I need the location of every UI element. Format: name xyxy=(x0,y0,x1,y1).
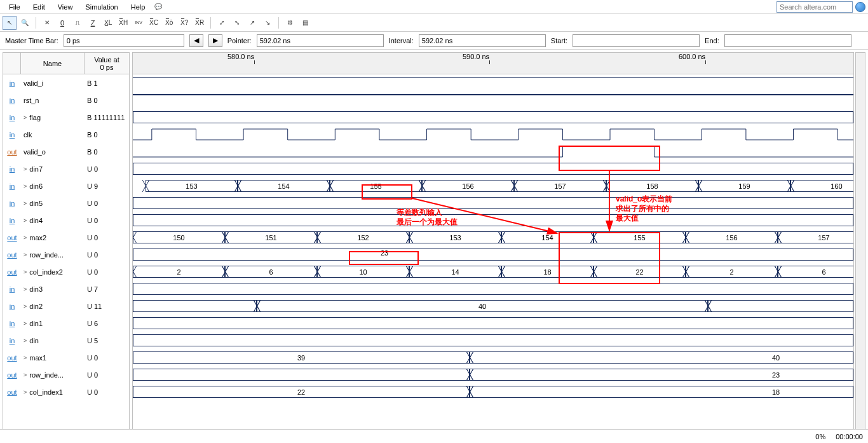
signal-row[interactable]: in valid_i B 1 xyxy=(3,74,129,92)
signal-row[interactable]: in >din3 U 7 xyxy=(3,280,129,297)
pointer-value: 592.02 ns xyxy=(257,34,384,47)
expand-icon[interactable]: > xyxy=(24,303,27,310)
globe-icon[interactable] xyxy=(855,2,865,12)
end-input[interactable] xyxy=(724,34,851,47)
expand-icon[interactable]: > xyxy=(24,252,27,258)
signal-name: >din xyxy=(21,337,85,344)
time-ruler[interactable]: 580.0 ns590.0 ns600.0 ns xyxy=(133,53,853,74)
signal-row[interactable]: in >din1 U 6 xyxy=(3,315,129,332)
snap4-icon[interactable]: ↘ xyxy=(261,16,275,30)
force-0-icon[interactable]: 0 xyxy=(55,16,69,30)
start-input[interactable] xyxy=(573,34,700,47)
menu-view[interactable]: View xyxy=(51,2,79,12)
snap-icon[interactable]: ⤢ xyxy=(215,16,229,30)
menu-edit[interactable]: Edit xyxy=(27,2,51,12)
force-z-icon[interactable]: Z xyxy=(86,16,100,30)
signal-name: clk xyxy=(21,131,85,139)
sim-settings-icon[interactable]: ⚙ xyxy=(283,16,297,30)
bus-segment xyxy=(133,369,470,380)
master-time-input[interactable] xyxy=(64,34,184,47)
signal-row[interactable]: out valid_o B 0 xyxy=(3,143,129,160)
prev-transition-button[interactable]: ◀ xyxy=(189,34,203,47)
signal-row[interactable]: out >max1 U 0 xyxy=(3,349,129,366)
waveform-row xyxy=(133,332,853,349)
bus-segment xyxy=(133,249,853,260)
signal-row[interactable]: in rst_n B 0 xyxy=(3,92,129,109)
signal-type-icon: in xyxy=(3,285,21,293)
signal-value: B 1 xyxy=(85,79,129,87)
snap3-icon[interactable]: ↗ xyxy=(245,16,259,30)
snap2-icon[interactable]: ⤡ xyxy=(230,16,244,30)
col-value[interactable]: Value at0 ps xyxy=(85,53,129,74)
signal-row[interactable]: in >din U 5 xyxy=(3,332,129,349)
expand-icon[interactable]: > xyxy=(24,286,27,292)
waveform-row: 261014182226 xyxy=(133,263,853,280)
force-h-icon[interactable]: X̅H xyxy=(116,16,130,30)
waveform-row xyxy=(133,126,853,143)
signal-value: U 0 xyxy=(85,251,129,259)
next-transition-button[interactable]: ▶ xyxy=(208,34,222,47)
toolbar: ↖ 🔍 ✕ 0 ⎍ Z X̲L X̅H INV X̅C X̅ō X̅? X̅R … xyxy=(0,14,868,32)
signal-row[interactable]: out >col_index1 U 0 xyxy=(3,383,129,400)
interval-value: 592.02 ns xyxy=(419,34,546,47)
signal-row[interactable]: in >din7 U 0 xyxy=(3,160,129,177)
bus-segment xyxy=(133,283,853,294)
force-xo-icon[interactable]: X̅ō xyxy=(162,16,176,30)
force-inv-icon[interactable]: INV xyxy=(132,16,146,30)
expand-icon[interactable]: > xyxy=(24,337,27,344)
force-xc-icon[interactable]: X̅C xyxy=(147,16,161,30)
feedback-icon[interactable]: 💬 xyxy=(151,0,165,14)
end-label: End: xyxy=(705,37,719,44)
signal-row[interactable]: in >din2 U 11 xyxy=(3,297,129,315)
run-sim-icon[interactable]: ▤ xyxy=(298,16,312,30)
force-xq-icon[interactable]: X̅? xyxy=(177,16,191,30)
signal-row[interactable]: in clk B 0 xyxy=(3,126,129,143)
expand-icon[interactable]: > xyxy=(24,200,27,207)
status-time: 00:00:00 xyxy=(836,433,863,440)
pointer-tool[interactable]: ↖ xyxy=(3,16,17,30)
signal-value: B 11111111 xyxy=(85,114,129,121)
force-xr-icon[interactable]: X̅R xyxy=(193,16,207,30)
expand-icon[interactable]: > xyxy=(24,166,27,172)
signal-value: U 0 xyxy=(85,371,129,379)
signal-row[interactable]: in >din5 U 0 xyxy=(3,194,129,212)
expand-icon[interactable]: > xyxy=(24,114,27,121)
menu-help[interactable]: Help xyxy=(125,2,152,12)
col-name[interactable]: Name xyxy=(21,53,85,74)
expand-icon[interactable]: > xyxy=(24,389,27,395)
signal-row[interactable]: in >flag B 11111111 xyxy=(3,109,129,126)
waveform-row: 153154155156157158159160 xyxy=(133,177,853,194)
waveform-row xyxy=(133,109,853,126)
expand-icon[interactable]: > xyxy=(24,355,27,361)
force-l-icon[interactable]: X̲L xyxy=(101,16,115,30)
expand-icon[interactable]: > xyxy=(24,269,27,275)
signal-row[interactable]: out >row_inde... U 0 xyxy=(3,366,129,383)
expand-icon[interactable]: > xyxy=(24,217,27,224)
signal-type-icon: out xyxy=(3,234,21,242)
signal-row[interactable]: in >din6 U 9 xyxy=(3,177,129,194)
force-x-icon[interactable]: ✕ xyxy=(40,16,54,30)
bus-segment xyxy=(133,318,853,329)
signal-row[interactable]: out >max2 U 0 xyxy=(3,229,129,246)
expand-icon[interactable]: > xyxy=(24,235,27,241)
menu-simulation[interactable]: Simulation xyxy=(79,2,124,12)
expand-icon[interactable]: > xyxy=(24,372,27,378)
signal-row[interactable]: out >col_index2 U 0 xyxy=(3,263,129,280)
signal-type-icon: out xyxy=(3,371,21,379)
signal-type-icon: in xyxy=(3,337,21,344)
bus-segment xyxy=(133,335,853,346)
signal-row[interactable]: out >row_inde... U 0 xyxy=(3,246,129,263)
expand-icon[interactable]: > xyxy=(24,183,27,189)
force-1-icon[interactable]: ⎍ xyxy=(71,16,85,30)
waveform-row xyxy=(133,280,853,297)
signal-type-icon: in xyxy=(3,217,21,224)
signal-name: >din7 xyxy=(21,165,85,173)
waveform-viewport[interactable]: 580.0 ns590.0 ns600.0 ns 153154155156157… xyxy=(132,52,854,440)
bus-segment: 14 xyxy=(409,266,501,277)
zoom-tool[interactable]: 🔍 xyxy=(18,16,32,30)
menu-file[interactable]: File xyxy=(3,2,27,12)
signal-row[interactable]: in >din4 U 0 xyxy=(3,212,129,229)
expand-icon[interactable]: > xyxy=(24,320,27,327)
vertical-scrollbar[interactable] xyxy=(855,52,865,440)
search-input[interactable] xyxy=(776,1,853,13)
